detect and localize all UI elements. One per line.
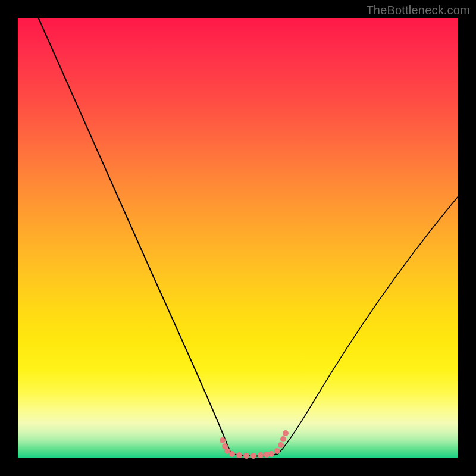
curve-left-branch <box>36 12 231 453</box>
valley-markers <box>220 430 289 459</box>
svg-point-4 <box>236 452 242 458</box>
curve-right-branch <box>278 196 458 453</box>
svg-point-11 <box>278 442 284 448</box>
watermark-text: TheBottleneck.com <box>366 4 470 17</box>
plot-area <box>18 18 458 458</box>
svg-point-7 <box>258 452 264 458</box>
svg-point-6 <box>250 453 256 459</box>
svg-point-13 <box>283 430 289 436</box>
chart-frame: TheBottleneck.com <box>0 0 476 476</box>
svg-point-9 <box>268 451 274 457</box>
svg-point-5 <box>243 453 249 459</box>
svg-point-10 <box>274 448 280 454</box>
bottleneck-curve <box>18 18 458 458</box>
svg-point-3 <box>229 451 235 457</box>
svg-point-12 <box>280 436 286 442</box>
svg-point-0 <box>220 437 226 443</box>
